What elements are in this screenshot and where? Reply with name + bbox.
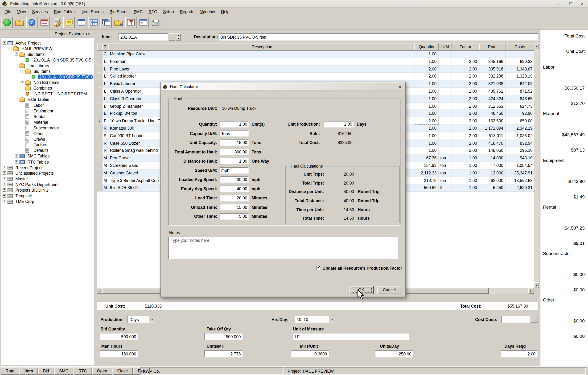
menu-item[interactable]: Bid Sheet — [106, 9, 130, 15]
expander-icon[interactable]: + — [3, 166, 6, 169]
cell-factor[interactable]: 1.00 — [452, 184, 479, 192]
cell-factor[interactable]: 2.00 — [452, 132, 479, 140]
spin-up-icon[interactable] — [176, 33, 181, 37]
cell-factor[interactable]: 2.00 — [452, 117, 479, 125]
tree-item[interactable]: - HAUL PREVIEW — [1, 46, 93, 51]
scroll-right-icon[interactable] — [528, 288, 534, 294]
expander-icon[interactable]: + — [15, 160, 18, 163]
field-input[interactable]: 5.00 — [220, 213, 249, 220]
expander-icon[interactable]: - — [15, 98, 18, 101]
days-reqd-input[interactable]: 2.00 — [501, 350, 537, 357]
close-icon[interactable] — [397, 84, 403, 89]
bid-sheet-button[interactable] — [88, 17, 99, 28]
column-header-rate[interactable]: Rate — [479, 44, 505, 51]
expander-icon[interactable]: + — [3, 188, 6, 192]
cell-quantity[interactable]: 1.00 — [414, 125, 439, 132]
cell-quantity[interactable]: 1.00 — [414, 110, 439, 117]
tree-item[interactable]: INDIRECT - INDIRECT ITEM — [1, 91, 93, 97]
tree-item[interactable]: + TME Corp — [1, 199, 93, 204]
column-header-um[interactable]: U/M — [439, 44, 452, 51]
menu-item[interactable]: SMC — [131, 9, 146, 15]
cell-factor[interactable]: 2.00 — [452, 80, 479, 88]
take-off-qty-input[interactable]: 500.000 — [204, 333, 242, 340]
tree-item[interactable]: Crews — [1, 136, 93, 142]
rate-tables-button[interactable] — [39, 17, 50, 28]
expander-icon[interactable]: + — [3, 194, 6, 197]
cell-factor[interactable]: 2.00 — [452, 140, 479, 147]
expander-icon[interactable]: + — [15, 154, 18, 158]
combine-button[interactable] — [125, 17, 136, 28]
cancel-button[interactable]: Cancel — [377, 286, 401, 294]
description-input[interactable]: 8in SDR 35 PVC 0-5 feet — [219, 33, 538, 41]
tree-item[interactable]: Factors — [1, 142, 93, 147]
menu-item[interactable]: Setup — [160, 9, 177, 15]
cell-quantity[interactable]: 2,112.33 — [414, 169, 439, 177]
tree-item[interactable]: + Non Bid Items — [1, 80, 93, 85]
edit-item-button[interactable] — [51, 17, 62, 28]
cell-quantity[interactable]: 1.00 — [414, 140, 439, 147]
statusbar-button[interactable]: Item — [20, 367, 38, 374]
cost-code-browse-button[interactable]: ... — [531, 316, 537, 323]
expander-icon[interactable]: - — [9, 47, 12, 50]
menu-item[interactable]: File — [1, 9, 14, 15]
update-production-checkbox[interactable] — [316, 266, 320, 270]
notes-button[interactable] — [63, 17, 75, 28]
spin-down-icon[interactable] — [176, 37, 181, 41]
back-button[interactable] — [1, 17, 13, 28]
tree-item[interactable]: Material — [1, 119, 93, 125]
cell-factor[interactable]: 1.00 — [452, 155, 479, 162]
dialog-title-bar[interactable]: Haul Calculator — [162, 83, 405, 91]
field-input[interactable]: Tons — [220, 130, 249, 137]
item-number-input[interactable]: 201.01.A — [118, 33, 168, 41]
menu-item[interactable]: Help — [218, 9, 232, 15]
expander-icon[interactable]: - — [15, 52, 18, 56]
tree-item[interactable]: + Template — [1, 193, 93, 199]
tree-item[interactable]: + RTC Tables — [1, 159, 93, 165]
minimize-button[interactable] — [553, 0, 565, 8]
expander-icon[interactable]: + — [3, 183, 6, 186]
menu-item[interactable]: Services — [29, 9, 51, 15]
column-header-quantity[interactable]: Quantity — [414, 44, 439, 51]
project-explorer-button[interactable] — [138, 17, 149, 28]
menu-item[interactable]: Item Sheets — [78, 9, 106, 15]
open-project-button[interactable] — [14, 17, 25, 28]
column-header-description[interactable]: Description — [108, 44, 415, 51]
rtc-button[interactable] — [113, 17, 124, 28]
cell-factor[interactable]: 2.00 — [452, 65, 479, 73]
cell-factor[interactable]: 2.00 — [452, 125, 479, 132]
grid-row[interactable]: L Foreman 1.00 2.00 345.166 690.33 — [97, 58, 534, 65]
statusbar-button[interactable]: RTC — [74, 367, 92, 374]
info-button[interactable] — [26, 17, 37, 28]
tree-item[interactable]: Rental — [1, 114, 93, 119]
ok-button[interactable]: OK — [349, 286, 373, 294]
tree-item[interactable]: - Bid Items — [1, 68, 93, 74]
cell-quantity[interactable]: 2.00 — [414, 117, 439, 125]
grid-row[interactable]: L Pipe Layer 2.00 2.00 335.918 1,343.67 — [97, 65, 534, 73]
hrs-day-dropdown[interactable]: 10 10 — [295, 316, 335, 323]
menu-item[interactable]: Rate Tables — [51, 9, 79, 15]
cell-factor[interactable]: 2.00 — [452, 110, 479, 117]
tree-item[interactable]: Other — [1, 131, 93, 136]
statusbar-button[interactable]: Close — [112, 367, 133, 374]
field-input[interactable]: 2.00 — [324, 121, 354, 127]
cell-factor[interactable]: 1.00 — [452, 177, 479, 184]
bid-quantity-input[interactable]: 500.000 — [100, 333, 138, 340]
tree-item[interactable]: Labor — [1, 102, 93, 108]
title-bar[interactable]: Estimating Link ® Version 3.0.920 (151) — [0, 0, 588, 8]
field-input[interactable]: 1.00 — [220, 121, 249, 127]
tree-item[interactable]: - Rate Tables — [1, 97, 93, 102]
expander-icon[interactable]: - — [3, 41, 6, 44]
tree-item[interactable]: Subcontractor — [1, 125, 93, 131]
cell-factor[interactable] — [452, 51, 479, 58]
cell-quantity[interactable]: 1.00 — [414, 132, 439, 140]
cell-quantity[interactable]: 1.00 — [414, 88, 439, 95]
mhs-unit-input[interactable]: 0.3600 — [291, 350, 329, 357]
statusbar-button[interactable]: Rate — [1, 367, 19, 374]
grid-row[interactable]: L Skilled laborer 2.00 2.00 332.298 1,32… — [97, 73, 534, 80]
vertical-scrollbar[interactable] — [534, 44, 539, 288]
cell-quantity[interactable]: 1.00 — [414, 103, 439, 110]
expander-icon[interactable]: + — [3, 200, 6, 203]
expander-icon[interactable]: - — [15, 64, 18, 67]
expander-icon[interactable]: + — [3, 171, 6, 175]
tree-item[interactable]: Equipment — [1, 108, 93, 114]
